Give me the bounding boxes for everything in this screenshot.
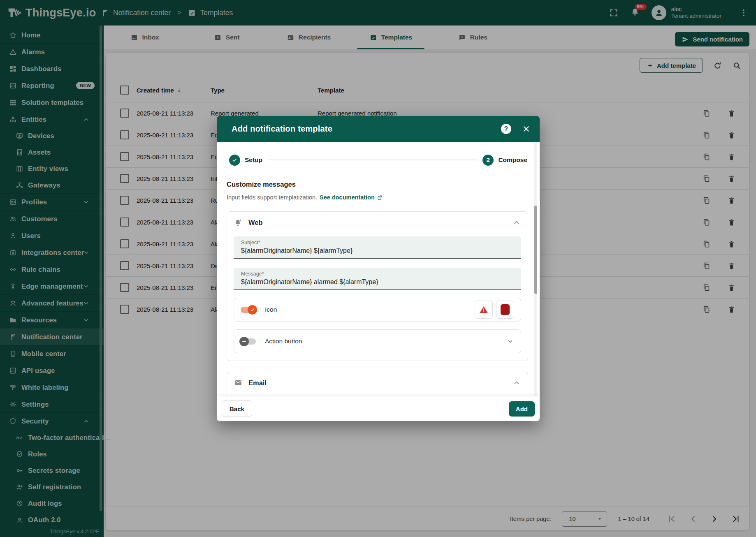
chevron-up-icon[interactable]: [512, 378, 521, 387]
icon-color-button[interactable]: [496, 301, 514, 319]
icon-toggle-label: Icon: [265, 306, 277, 313]
web-message-field: Message*: [234, 268, 521, 290]
stepper-connector: [268, 160, 477, 160]
modal-title: Add notification template: [232, 124, 332, 134]
step-compose-circle: 2: [482, 155, 494, 166]
step-setup-label[interactable]: Setup: [245, 156, 262, 164]
modal-scrollbar-thumb[interactable]: [534, 206, 537, 294]
stepper: Setup 2 Compose: [217, 144, 540, 176]
step-compose-number: 2: [487, 157, 490, 163]
warning-icon: [479, 305, 489, 315]
modal-body: Setup 2 Compose Customize messages Input…: [217, 142, 540, 396]
email-section: Email Subject*: [227, 372, 528, 396]
modal-footer: Back Add: [217, 396, 540, 421]
check-icon: [232, 157, 238, 163]
icon-picker-button[interactable]: [475, 301, 493, 319]
web-subject-label: Subject*: [241, 240, 514, 245]
action-button-label: Action button: [265, 338, 302, 345]
customize-messages-heading: Customize messages: [227, 181, 540, 188]
help-icon[interactable]: ?: [501, 124, 511, 134]
external-link-icon: [377, 194, 383, 201]
hint-text: Input fields support templatization.: [227, 194, 317, 201]
see-documentation-link[interactable]: See documentation: [320, 194, 383, 201]
web-section-header[interactable]: Web: [234, 212, 521, 233]
web-section: Web Subject* Message* Icon: [227, 211, 528, 361]
email-section-label: Email: [248, 379, 267, 387]
action-button-toggle[interactable]: [241, 338, 256, 345]
back-button[interactable]: Back: [222, 400, 252, 417]
step-compose-label[interactable]: Compose: [498, 156, 527, 164]
add-button[interactable]: Add: [509, 401, 535, 417]
toggle-minus-icon: [241, 339, 247, 344]
modal-header-actions: ?: [501, 124, 531, 134]
step-setup-check-icon: [229, 155, 240, 166]
icon-row: Icon: [234, 298, 521, 322]
email-section-header[interactable]: Email: [234, 372, 521, 393]
web-subject-field: Subject*: [234, 236, 521, 259]
toggle-check-icon: [250, 307, 255, 312]
color-swatch: [501, 304, 510, 315]
templatization-hint: Input fields support templatization. See…: [227, 194, 540, 201]
add-notification-template-dialog: Add notification template ? Setup 2 Comp…: [217, 116, 540, 421]
icon-toggle[interactable]: [241, 307, 256, 313]
web-bell-icon: [234, 218, 243, 227]
chevron-down-icon[interactable]: [506, 338, 514, 345]
doc-link-label: See documentation: [320, 194, 375, 201]
close-icon[interactable]: [522, 125, 531, 133]
chevron-up-icon[interactable]: [512, 218, 521, 227]
email-icon: [234, 378, 243, 387]
web-section-label: Web: [248, 219, 263, 227]
icon-row-actions: [475, 301, 514, 319]
modal-header: Add notification template ?: [217, 116, 540, 142]
action-button-row: Action button: [234, 329, 521, 353]
web-subject-input[interactable]: [241, 245, 514, 255]
web-message-input[interactable]: [241, 277, 514, 286]
web-message-label: Message*: [241, 271, 514, 277]
